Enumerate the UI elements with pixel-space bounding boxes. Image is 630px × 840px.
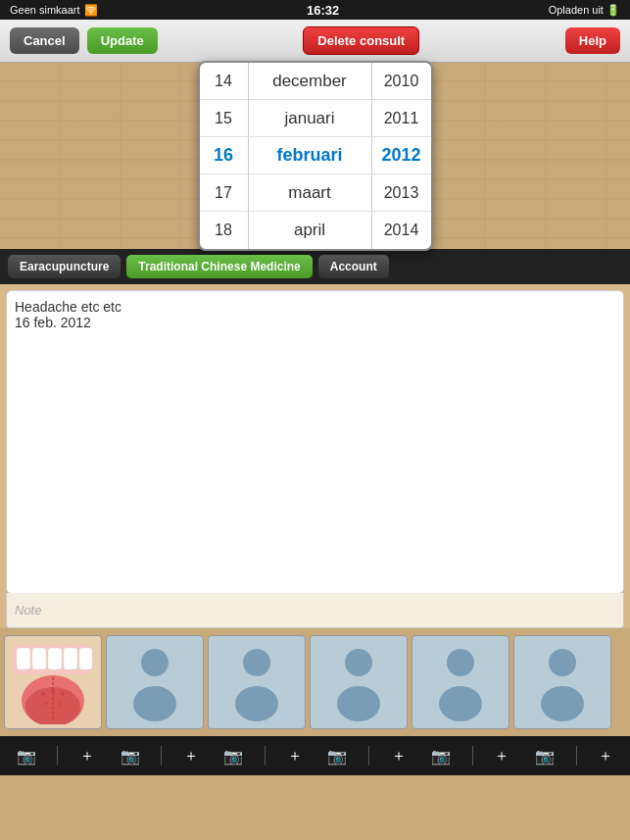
sep-5 — [472, 746, 473, 766]
picker-row[interactable]: 17maart2013 — [200, 174, 431, 212]
note-placeholder-text: Note — [15, 603, 41, 618]
photo-thumb-placeholder-1[interactable] — [106, 635, 204, 729]
picker-day: 17 — [200, 174, 249, 211]
picker-day: 18 — [200, 212, 249, 249]
signal-icon: Geen simkaart — [10, 4, 80, 16]
tab-traditional-chinese[interactable]: Traditional Chinese Medicine — [126, 255, 312, 278]
picker-month: januari — [249, 100, 372, 136]
picker-month: december — [249, 63, 372, 99]
svg-point-12 — [61, 692, 65, 696]
svg-point-18 — [235, 686, 278, 721]
tab-bar: EaracupunctureTraditional Chinese Medici… — [0, 249, 630, 284]
picker-year: 2011 — [372, 100, 431, 136]
picker-row[interactable]: 16februari2012 — [200, 137, 431, 174]
picker-year: 2012 — [372, 137, 431, 173]
date-picker[interactable]: 14december201015januari201116februari201… — [198, 61, 433, 251]
svg-point-19 — [345, 649, 372, 676]
picker-year: 2014 — [372, 212, 431, 249]
svg-point-20 — [337, 686, 380, 721]
picker-month: februari — [249, 137, 372, 173]
picker-row[interactable]: 18april2014 — [200, 212, 431, 249]
picker-year: 2010 — [372, 63, 431, 99]
add-btn-6[interactable]: ＋ — [594, 744, 617, 768]
svg-point-24 — [541, 686, 584, 721]
svg-point-21 — [447, 649, 474, 676]
svg-point-15 — [141, 649, 169, 676]
add-btn-3[interactable]: ＋ — [283, 744, 307, 768]
svg-point-10 — [41, 692, 45, 696]
camera-btn-2[interactable]: 📷 — [117, 745, 144, 767]
camera-btn-3[interactable]: 📷 — [219, 745, 247, 767]
sep-6 — [576, 746, 577, 766]
picker-day: 16 — [200, 137, 249, 173]
svg-rect-1 — [17, 648, 30, 669]
picker-row[interactable]: 14december2010 — [200, 63, 431, 100]
delete-consult-button[interactable]: Delete consult — [303, 26, 419, 55]
photo-thumb-tongue[interactable] — [4, 635, 102, 729]
camera-btn-4[interactable]: 📷 — [323, 745, 351, 767]
main-content: Note — [0, 284, 630, 628]
svg-rect-4 — [64, 648, 77, 669]
photo-thumb-placeholder-3[interactable] — [310, 635, 408, 729]
picker-month: april — [249, 212, 372, 249]
svg-rect-2 — [32, 648, 46, 669]
svg-rect-5 — [79, 648, 92, 669]
svg-point-13 — [45, 703, 48, 706]
date-picker-area: 14december201015januari201116februari201… — [0, 63, 630, 249]
svg-point-23 — [549, 649, 576, 676]
camera-btn-5[interactable]: 📷 — [427, 745, 455, 767]
tab-account[interactable]: Account — [318, 255, 389, 278]
photo-thumb-placeholder-4[interactable] — [412, 635, 509, 729]
svg-rect-3 — [48, 648, 62, 669]
photo-strip — [0, 628, 630, 736]
add-btn-5[interactable]: ＋ — [490, 744, 513, 768]
help-button[interactable]: Help — [565, 27, 620, 54]
status-bar-time: 16:32 — [307, 3, 339, 18]
toolbar: Cancel Update Delete consult Help — [0, 20, 630, 63]
sep-2 — [161, 746, 162, 766]
svg-point-11 — [51, 689, 55, 693]
status-bar-left: Geen simkaart 🛜 — [10, 4, 98, 17]
add-btn-4[interactable]: ＋ — [387, 744, 411, 768]
tab-earacupuncture[interactable]: Earacupuncture — [8, 255, 121, 278]
picker-year: 2013 — [372, 174, 431, 211]
add-btn-2[interactable]: ＋ — [179, 744, 203, 768]
note-placeholder[interactable]: Note — [6, 593, 624, 628]
svg-point-17 — [243, 649, 270, 676]
picker-month: maart — [249, 174, 372, 211]
bottom-bar: 📷 ＋ 📷 ＋ 📷 ＋ 📷 ＋ 📷 ＋ 📷 ＋ — [0, 736, 630, 775]
svg-point-16 — [133, 686, 176, 721]
camera-btn-6[interactable]: 📷 — [531, 745, 558, 767]
charge-label: Opladen uit 🔋 — [549, 4, 620, 17]
picker-day: 15 — [200, 100, 249, 136]
svg-point-14 — [59, 703, 62, 706]
cancel-button[interactable]: Cancel — [10, 27, 79, 54]
update-button[interactable]: Update — [87, 27, 158, 54]
status-bar: Geen simkaart 🛜 16:32 Opladen uit 🔋 — [0, 0, 630, 20]
picker-row[interactable]: 15januari2011 — [200, 100, 431, 137]
add-btn-1[interactable]: ＋ — [75, 744, 99, 768]
camera-btn-1[interactable]: 📷 — [13, 745, 40, 767]
svg-point-22 — [439, 686, 482, 721]
note-textarea[interactable] — [6, 290, 624, 594]
sep-1 — [57, 746, 58, 766]
photo-thumb-placeholder-2[interactable] — [208, 635, 306, 729]
toolbar-left: Cancel Update — [10, 27, 158, 54]
picker-day: 14 — [200, 63, 249, 99]
sep-4 — [368, 746, 369, 766]
wifi-icon: 🛜 — [84, 4, 98, 17]
photo-thumb-placeholder-5[interactable] — [513, 635, 611, 729]
sep-3 — [265, 746, 266, 766]
status-bar-right: Opladen uit 🔋 — [549, 4, 620, 17]
